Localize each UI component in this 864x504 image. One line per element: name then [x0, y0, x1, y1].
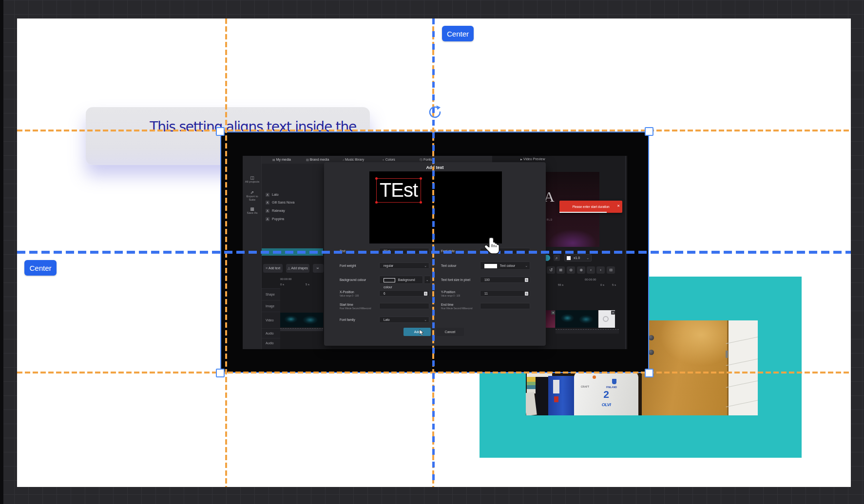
timeline-timecode-right: 00:00:00 — [585, 278, 596, 281]
trash-glyph: ⊟ — [609, 268, 613, 272]
inner-track-labels: Shape Image Video Audio Audio — [262, 288, 280, 349]
stepper-icon: ⇅ — [525, 278, 528, 282]
font-size-value: 100 — [484, 278, 490, 281]
font-glyph-icon: A — [266, 201, 269, 205]
stepper-icon: ⇅ — [525, 292, 528, 296]
track-shape: Shape — [262, 288, 280, 300]
background-colour-field: Background colour — [379, 276, 423, 284]
tab-label: My media — [276, 158, 291, 161]
inner-sidebar-label: Save As — [247, 211, 257, 214]
export-icon: ⇗ — [243, 191, 262, 194]
inner-tab-fonts: ⒶFonts — [420, 158, 432, 162]
inner-sidebar-item-save-as: ▦ Save As — [243, 207, 262, 215]
jersey: CRAFT FINLAND 2 OLVI — [574, 372, 638, 415]
rotate-handle-icon[interactable] — [426, 104, 443, 120]
inner-add-shapes-button: △Add shapes — [286, 264, 309, 273]
field-label-background-colour: Background colour — [340, 278, 366, 281]
resize-handle-top-left[interactable] — [216, 127, 225, 136]
wall-line — [726, 358, 758, 366]
center-badge-left: Center — [24, 260, 57, 276]
zoom-out-glyph: ⊖ — [569, 268, 573, 272]
media-icon: ▤ — [272, 158, 275, 161]
add-text-modal: Add text TEst Text TEst Font style Font … — [324, 162, 546, 346]
x-position-input: 6⇅ — [379, 290, 429, 297]
jersey-number: 2 — [574, 389, 638, 400]
field-sub-y-position: Value range 0 - 100 — [441, 295, 460, 297]
prev-icon: ‹ — [587, 266, 595, 274]
y-position-input: 11⇅ — [480, 290, 530, 297]
font-item-gill-sans: AGill Sans Nova — [266, 201, 294, 205]
font-item-label: Poppins — [272, 217, 284, 221]
track-audio-2: Audio — [262, 338, 280, 348]
font-family-value: Lato — [384, 318, 390, 321]
inner-sidebar-item-all-projects: ◫ All projects — [243, 176, 262, 184]
resize-handle-bottom-right[interactable] — [645, 369, 653, 377]
hand-cursor-icon — [483, 237, 501, 257]
sliders-icon: ≍ — [316, 266, 319, 270]
door-knob — [649, 335, 654, 340]
font-weight-select: regular⌄ — [379, 262, 429, 269]
font-weight-value: regular — [384, 264, 393, 267]
track-video: Video — [262, 312, 280, 328]
track-audio-1: Audio — [262, 328, 280, 338]
tab-label: Brand media — [310, 158, 329, 161]
field-sub-start-time: Hour Minute Second Millisecond — [340, 307, 371, 310]
next-glyph: › — [600, 268, 601, 272]
clip-label-bar — [280, 328, 323, 331]
inner-video-preview-label: ▶Video Preview — [520, 157, 545, 161]
video-preview-text: Video Preview — [523, 157, 545, 161]
chevron-down-icon: ⌄ — [586, 255, 589, 261]
field-label-start-time: Start time — [340, 303, 353, 306]
modal-cancel-button: Cancel — [436, 328, 464, 336]
prev-glyph: ‹ — [590, 268, 592, 272]
timeline-timecode-left: 00:00:00 — [280, 278, 291, 280]
fonts-icon: Ⓐ — [420, 158, 422, 161]
font-size-input: 100⇅ — [480, 277, 530, 283]
inner-tab-my-media: ▤My media — [272, 158, 291, 161]
font-family-select: Lato⌄ — [379, 317, 429, 323]
trash-icon: ⊟ — [607, 266, 615, 274]
jersey-craft-text: CRAFT — [581, 385, 589, 388]
timeline-tick: 0 s — [280, 283, 284, 286]
background-colour-swatch — [384, 278, 395, 282]
zoom-in-glyph: ⊕ — [579, 268, 583, 272]
binder-sticker — [553, 380, 559, 393]
photo-door — [640, 320, 729, 415]
font-item-lato: ALato — [266, 193, 279, 197]
tab-label: Music library — [345, 158, 364, 161]
thumb-close-icon: ✕ — [551, 311, 555, 315]
center-guide-vertical — [432, 19, 435, 487]
add-text-icon: ≡ — [266, 266, 268, 270]
inner-tab-brand-media: ▥Brand media — [306, 158, 329, 161]
fit-icon: ⊞ — [557, 266, 565, 274]
chevron-down-icon: ⌄ — [426, 278, 428, 281]
collapsed-track-strip — [556, 329, 619, 334]
end-time-input — [480, 303, 530, 309]
binder-red-label — [554, 396, 558, 402]
font-item-label: Gill Sans Nova — [272, 201, 294, 204]
inner-fonts-panel: ALato AGill Sans Nova ARaleway APoppins — [262, 164, 324, 248]
thumb-close-glyph: ✕ — [552, 311, 554, 314]
door-hinge — [726, 351, 728, 358]
left-frame-strip — [0, 0, 3, 504]
jersey-lion-shield — [612, 379, 616, 384]
thumb-close-icon: ✕ — [611, 311, 615, 315]
resize-handle-bottom-left[interactable] — [216, 369, 225, 377]
wall-line — [726, 400, 758, 408]
field-label-text-colour: Text colour — [441, 264, 456, 267]
folder-icon: ◫ — [243, 176, 262, 180]
center-badge-left-label: Center — [29, 264, 51, 272]
toast-progress — [559, 212, 607, 213]
x-position-value: 6 — [384, 292, 385, 295]
inner-tools-button: ≍ — [313, 264, 324, 273]
field-sub-x-position: Value range 0 - 100 — [340, 295, 359, 297]
chevron-down-icon: ⌄ — [424, 263, 427, 268]
jersey-olvi-logo: OLVI — [574, 402, 638, 407]
red-handle — [420, 201, 422, 204]
undo-glyph: ↺ — [549, 268, 553, 272]
resize-handle-top-right[interactable] — [645, 127, 653, 136]
photo-wall — [729, 320, 758, 415]
field-label-x-position: X-Position — [340, 290, 354, 294]
field-label-end-time: End time — [441, 303, 454, 306]
timeline-tick: 55 s — [558, 283, 563, 286]
